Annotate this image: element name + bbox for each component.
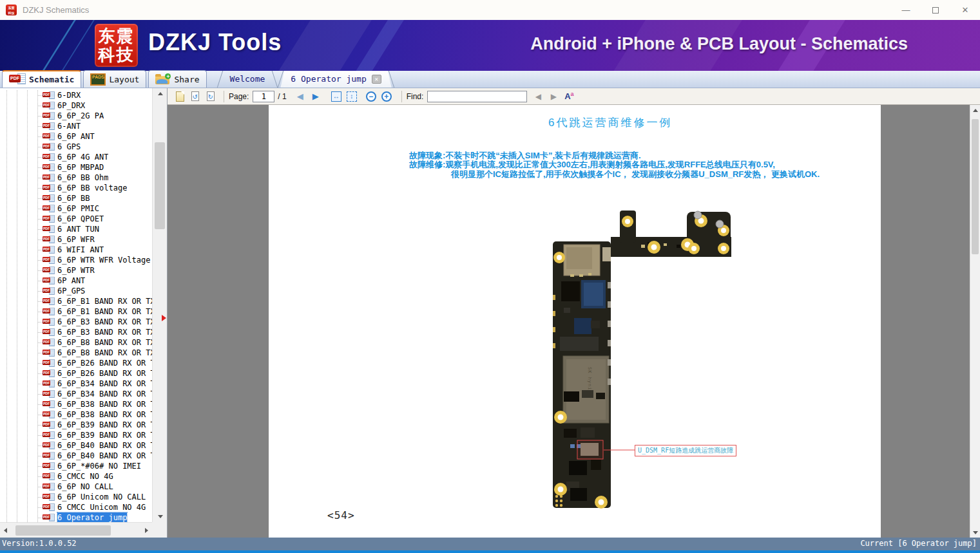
scrollbar-thumb[interactable] — [155, 142, 165, 229]
tree-item[interactable]: PDF 6 WIFI ANT — [0, 245, 152, 255]
scroll-down-button[interactable] — [970, 527, 980, 538]
tree-item[interactable]: PDF 6P ANT — [0, 276, 152, 286]
tree-item[interactable]: PDF 6_6P_B8 BAND RX OR TX — [0, 337, 152, 348]
tree-item[interactable]: PDF 6_6P WTR — [0, 265, 152, 276]
tree-item[interactable]: PDF 6_6P BB — [0, 193, 152, 203]
doc-tab-label: 6 Operator jump — [291, 74, 366, 84]
tree-item[interactable]: PDF 6-DRX — [0, 90, 152, 100]
tab-layout[interactable]: PADS Layout — [83, 70, 146, 88]
tree-item-label: 6_6P BB Ohm — [57, 173, 108, 183]
find-next-button[interactable]: ▶ — [546, 89, 561, 104]
tree-item[interactable]: PDF 6_6P ANT — [0, 131, 152, 142]
tree-item[interactable]: PDF 6_6P_B40 BAND RX OR TX Ma — [0, 451, 152, 461]
pdf-icon: PDF — [43, 184, 55, 192]
pdf-icon: PDF — [43, 267, 55, 275]
next-page-button[interactable]: ▶ — [309, 89, 323, 104]
scrollbar-thumb[interactable] — [972, 119, 979, 254]
scroll-up-button[interactable] — [970, 105, 980, 115]
tree-item[interactable]: PDF 6_6P WTR WFR Voltage — [0, 255, 152, 265]
viewer-vertical-scrollbar[interactable] — [970, 105, 980, 538]
tree-item[interactable]: PDF 6_6P WFR — [0, 234, 152, 245]
tree-item[interactable]: PDF 6P_DRX — [0, 100, 152, 111]
pdf-icon: PDF — [43, 452, 55, 460]
tree-item[interactable]: PDF 6_6P BB Ohm — [0, 173, 152, 183]
pcb-photo: SK hynix — [551, 205, 731, 510]
zoom-in-button[interactable]: + — [380, 89, 394, 104]
pdf-icon: PDF — [43, 256, 55, 265]
tree-item[interactable]: PDF 6_6P_B8 BAND RX OR TX Mai — [0, 348, 152, 358]
document-icon — [176, 91, 184, 102]
match-case-button[interactable]: Aa — [562, 89, 576, 104]
fit-width-button[interactable]: ↔ — [329, 89, 343, 104]
find-input[interactable] — [427, 91, 527, 102]
scroll-down-button[interactable] — [153, 511, 168, 522]
tree-item[interactable]: PDF 6_6P NO CALL — [0, 482, 152, 492]
scroll-right-button[interactable] — [141, 525, 152, 536]
status-bar: Version:1.0.0.52 Current [6 Operator jum… — [0, 538, 980, 553]
tree-item[interactable]: PDF 6 Operator jump — [0, 512, 152, 522]
tree-item[interactable]: PDF 6_6P_B34 BAND RX OR TX Ma — [0, 389, 152, 399]
minimize-button[interactable]: — — [891, 0, 921, 20]
tree-item[interactable]: PDF 6_6P_B38 BAND RX OR TX — [0, 399, 152, 409]
rotate-right-button[interactable]: ↻ — [204, 89, 218, 104]
zoom-out-button[interactable]: − — [364, 89, 378, 104]
tree-item[interactable]: PDF 6_6P QPOET — [0, 214, 152, 224]
tab-close-icon[interactable]: ✕ — [372, 75, 381, 84]
tree-item[interactable]: PDF 6_6P_B3 BAND RX OR TX — [0, 317, 152, 327]
sidebar-vertical-scrollbar[interactable] — [152, 88, 167, 522]
tree-item-label: 6_6P_B8 BAND RX OR TX Mai — [57, 348, 152, 358]
tree-item[interactable]: PDF 6_6P_*#06# NO IMEI — [0, 461, 152, 471]
tree-item[interactable]: PDF 6_6P_B3 BAND RX OR TX Mai — [0, 327, 152, 337]
previous-page-button[interactable]: ◀ — [293, 89, 307, 104]
doc-tab-welcome[interactable]: Welcome — [217, 70, 278, 88]
doc-tab-operator-jump[interactable]: 6 Operator jump ✕ — [278, 70, 394, 88]
tree-item[interactable]: PDF 6_6P Unicom NO CALL — [0, 492, 152, 502]
scroll-left-button[interactable] — [0, 525, 11, 536]
find-previous-button[interactable]: ◀ — [531, 89, 545, 104]
pdf-icon: PDF — [43, 215, 55, 223]
tree-item-label: 6_6P NO CALL — [57, 482, 113, 492]
tree-item[interactable]: PDF 6_6P BB voltage — [0, 183, 152, 193]
tree-item[interactable]: PDF 6 GPS — [0, 142, 152, 152]
tree-item[interactable]: PDF 6_6P PMIC — [0, 203, 152, 214]
version-label: Version:1.0.0.52 — [2, 539, 77, 553]
tree-item[interactable]: PDF 6_6P_B1 BAND RX OR TX Mai — [0, 306, 152, 317]
tree-item[interactable]: PDF 6_6P_B38 BAND RX OR TX Ma — [0, 409, 152, 420]
tree-item[interactable]: PDF 6_6P_B40 BAND RX OR TX — [0, 440, 152, 451]
tree-item[interactable]: PDF 6-ANT — [0, 121, 152, 131]
tree-item-label: 6_6P Unicom NO CALL — [57, 492, 146, 502]
pdf-icon: PDF — [43, 359, 55, 368]
tab-share[interactable]: + Share — [148, 70, 206, 88]
pdf-icon: PDF — [43, 102, 55, 110]
pdf-icon: PDF — [9, 73, 26, 86]
tree-item[interactable]: PDF 6_6P_B39 BAND RX OR TX Ma — [0, 430, 152, 440]
page-number-input[interactable] — [253, 91, 274, 102]
fit-page-button[interactable]: ↕ — [345, 89, 359, 104]
pdf-icon: PDF — [43, 287, 55, 295]
tree-item[interactable]: PDF 6_6P 4G ANT — [0, 152, 152, 162]
tree-item[interactable]: PDF 6P_GPS — [0, 286, 152, 296]
document-properties-button[interactable] — [173, 89, 187, 104]
tree-item[interactable]: PDF 6_CMCC NO 4G — [0, 471, 152, 482]
sidebar-horizontal-scrollbar[interactable] — [0, 522, 152, 538]
tree-item-label: 6_6P_B8 BAND RX OR TX — [57, 337, 152, 348]
tree-item[interactable]: PDF 6_6P_B1 BAND RX OR TX — [0, 296, 152, 306]
scrollbar-thumb[interactable] — [15, 525, 111, 536]
tree-item[interactable]: PDF 6_6P_B39 BAND RX OR TX — [0, 420, 152, 430]
rotate-left-button[interactable]: ↺ — [188, 89, 202, 104]
maximize-button[interactable] — [921, 0, 950, 20]
fit-page-icon: ↕ — [347, 91, 357, 102]
close-button[interactable]: ✕ — [950, 0, 980, 20]
tree-item[interactable]: PDF 6_6P_2G PA — [0, 111, 152, 121]
tree-item[interactable]: PDF 6 ANT TUN — [0, 224, 152, 234]
tree-item[interactable]: PDF 6_6P MBPAD — [0, 162, 152, 173]
tree-item[interactable]: PDF 6_6P_B26 BAND RX OR TX — [0, 358, 152, 368]
tree-item[interactable]: PDF 6_6P_B34 BAND RX OR TX — [0, 379, 152, 389]
sidebar-collapse-arrow[interactable] — [162, 315, 166, 321]
tree-item[interactable]: PDF 6 CMCC Unicom NO 4G — [0, 502, 152, 512]
scroll-up-button[interactable] — [153, 88, 168, 99]
zoom-in-icon: + — [381, 91, 392, 102]
tree-item[interactable]: PDF 6_6P_B26 BAND RX OR TX Ma — [0, 368, 152, 379]
tab-schematic[interactable]: PDF Schematic — [2, 70, 81, 88]
banner-streak — [35, 20, 81, 71]
